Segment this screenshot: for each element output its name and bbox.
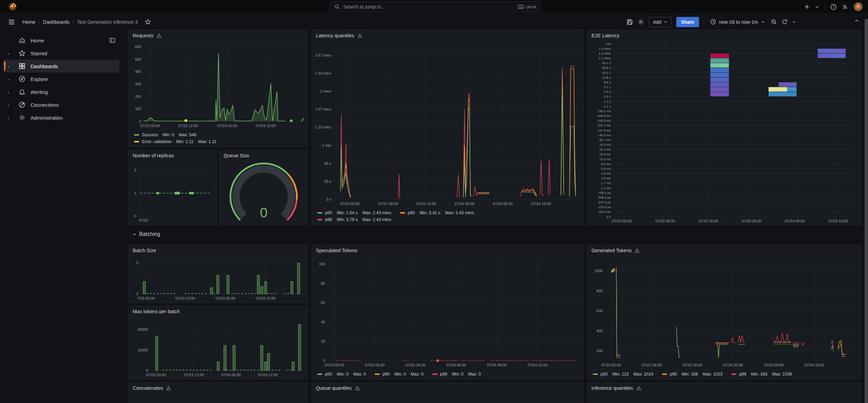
topnav-divider <box>825 3 825 10</box>
legend-item[interactable]: p99 Min: 3.75 s Max: 2.43 mins <box>317 217 391 222</box>
panel-header[interactable]: Generated Tokens <box>587 245 861 256</box>
series-label: p99 <box>440 372 447 377</box>
svg-text:1 min: 1 min <box>322 143 331 147</box>
collapse-controls-caret-up-icon[interactable] <box>854 18 859 23</box>
legend-item[interactable]: p90 Min: 156 Max: 1023 <box>662 372 722 377</box>
legend-item[interactable]: p90 Min: 0 Max: 0 <box>375 372 423 377</box>
grafana-logo[interactable] <box>7 2 18 12</box>
speculated-tokens-chart[interactable]: 07/23 00:0007/23 08:0007/23 16:0007/24 0… <box>312 256 583 369</box>
warning-icon[interactable] <box>636 386 641 391</box>
dashboard-settings-icon[interactable] <box>638 19 644 25</box>
vertical-scrollbar[interactable] <box>865 19 868 403</box>
favorite-star-icon[interactable] <box>145 19 151 25</box>
sidebar-item-connections[interactable]: › Connections <box>3 98 119 111</box>
legend-item[interactable]: p90 Min: 3.41 s Max: 2.43 mins <box>400 210 474 215</box>
svg-text:07/23: 07/23 <box>139 218 148 222</box>
panel-title: E2E Latency <box>591 33 619 38</box>
add-chevron-down-icon[interactable] <box>815 5 819 9</box>
panel-header[interactable]: Concatenates <box>129 383 308 394</box>
expand-chevron-icon[interactable]: › <box>3 51 14 56</box>
series-swatch <box>593 374 598 375</box>
search-bar[interactable]: ctrl+k <box>330 1 541 12</box>
warning-icon[interactable] <box>357 33 362 38</box>
replicas-chart[interactable]: 07/23012 <box>129 161 216 225</box>
max-tokens-chart[interactable]: 07/23 00:0007/23 12:0007/24 00:0007/24 1… <box>129 317 308 379</box>
expand-chevron-icon[interactable]: › <box>3 102 14 108</box>
panel-generated-tokens: Generated Tokens 07/23 00:0007/23 08:000… <box>587 245 861 380</box>
sidebar-item-explore[interactable]: › Explore <box>3 73 119 85</box>
svg-text:07/23 16:00: 07/23 16:00 <box>699 219 718 223</box>
breadcrumb-home[interactable]: Home <box>22 19 36 25</box>
panel-header[interactable]: Queue Size <box>220 150 308 161</box>
svg-text:0 s: 0 s <box>606 215 611 219</box>
svg-text:07/24 16:00: 07/24 16:00 <box>531 202 551 206</box>
news-rss-icon[interactable] <box>842 4 848 10</box>
breadcrumb-dashboards[interactable]: Dashboards <box>43 19 70 25</box>
legend-item[interactable]: p50 Min: 123 Max: 1014 <box>593 372 653 377</box>
expand-chevron-icon[interactable]: › <box>3 115 14 121</box>
sidebar-item-label: Starred <box>31 51 47 56</box>
generated-tokens-chart[interactable]: 07/23 00:0007/23 08:0007/23 16:0007/24 0… <box>587 256 861 369</box>
warning-icon[interactable] <box>166 386 171 391</box>
expand-chevron-icon[interactable]: › <box>3 63 14 69</box>
batch-size-chart[interactable]: 7/23 00:0007/23 12:0007/24 00:0007/24 12… <box>129 256 308 303</box>
dock-menu-icon[interactable] <box>109 37 115 43</box>
save-dashboard-icon[interactable] <box>627 19 633 25</box>
requests-chart[interactable]: 07/23 00:0007/23 12:0007/24 00:0007/24 1… <box>129 41 308 130</box>
panel-header[interactable]: E2E Latency <box>587 30 861 41</box>
svg-text:600: 600 <box>135 45 141 49</box>
panel-header[interactable]: Number of replicas <box>129 150 216 161</box>
expand-chevron-icon[interactable]: › <box>3 89 14 95</box>
svg-text:07/23 12:00: 07/23 12:00 <box>178 124 198 128</box>
panel-header[interactable]: Batch Size <box>129 245 308 256</box>
user-avatar[interactable] <box>854 2 863 11</box>
mega-menu-toggle-icon[interactable] <box>8 19 15 25</box>
panel-header[interactable]: Latency quantiles <box>312 30 583 41</box>
zoom-out-time-icon[interactable] <box>771 19 777 25</box>
panel-header[interactable]: Queue quantiles <box>312 383 583 394</box>
sidebar-item-label: Alerting <box>31 89 48 95</box>
svg-text:759.4 µs: 759.4 µs <box>598 191 611 195</box>
share-button[interactable]: Share <box>676 17 699 27</box>
legend-item[interactable]: Success Min: 0 Max: 548 <box>134 133 196 137</box>
time-range-picker[interactable]: now-2d to now-1m <box>709 19 766 25</box>
warning-icon[interactable] <box>355 386 360 391</box>
svg-text:300: 300 <box>135 82 141 86</box>
e2e-latency-heatmap[interactable]: 07/23 00:0007/23 08:0007/23 16:0007/24 0… <box>587 41 861 225</box>
legend-item[interactable]: p50 Min: 1.54 s Max: 2.43 mins <box>317 210 391 215</box>
svg-text:07/23 00:00: 07/23 00:00 <box>146 373 166 377</box>
expand-chevron-icon[interactable]: › <box>3 76 14 82</box>
sidebar-item-home[interactable]: Home <box>3 34 119 47</box>
sidebar-item-label: Explore <box>31 76 48 82</box>
sidebar-item-alerting[interactable]: › Alerting <box>3 85 119 98</box>
sidebar-item-administration[interactable]: › Administration <box>3 111 119 124</box>
latency-quantiles-chart[interactable]: 07/23 00:0007/23 08:0007/23 16:0007/24 0… <box>312 41 583 208</box>
panel-header[interactable]: Inference quantiles <box>587 383 861 394</box>
sidebar-item-starred[interactable]: › Starred <box>3 47 119 60</box>
legend-item[interactable]: p50 Min: 0 Max: 0 <box>317 372 366 377</box>
panel-header[interactable]: Requests <box>129 30 308 41</box>
svg-text:29.2 ms: 29.2 ms <box>599 147 611 151</box>
svg-text:07/23 16:00: 07/23 16:00 <box>406 363 426 367</box>
breadcrumb-current-page: Text Generation Inference 3 <box>77 19 138 25</box>
sidebar-item-label: Dashboards <box>31 63 58 69</box>
refresh-icon[interactable] <box>782 19 788 25</box>
legend-item[interactable]: p99 Min: 0 Max: 0 <box>432 372 481 377</box>
help-icon[interactable]: ? <box>830 4 837 10</box>
series-swatch <box>662 374 667 375</box>
add-panel-button[interactable]: Add <box>649 17 672 27</box>
time-range-label: now-2d to now-1m <box>719 19 758 25</box>
svg-text:07/24 00:00: 07/24 00:00 <box>221 373 241 377</box>
add-new-icon[interactable] <box>804 4 810 9</box>
search-input[interactable] <box>343 4 515 10</box>
warning-icon[interactable] <box>635 248 640 253</box>
queue-size-gauge: 0 <box>220 161 308 225</box>
warning-icon[interactable] <box>156 33 162 38</box>
refresh-interval-chevron-down-icon[interactable] <box>792 20 796 24</box>
legend-item[interactable]: Error: validation Min: 1.11 Max: 1.11 <box>134 139 216 144</box>
section-batching[interactable]: Batching <box>132 229 234 239</box>
panel-header[interactable]: Max tokens per batch <box>129 306 308 317</box>
legend-item[interactable]: p99 Min: 163 Max: 1039 <box>731 372 792 377</box>
panel-header[interactable]: Speculated Tokens <box>312 245 583 256</box>
sidebar-item-dashboards[interactable]: › Dashboards <box>3 60 119 73</box>
